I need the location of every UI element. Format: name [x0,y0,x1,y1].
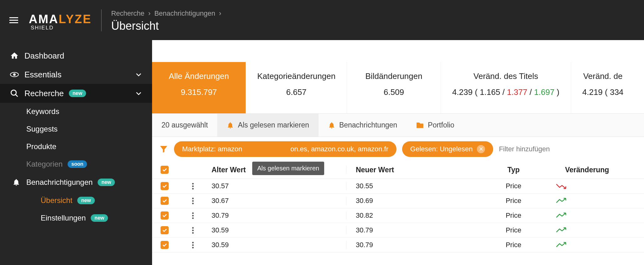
bell-icon [11,177,21,187]
cell-new-value: 30.69 [346,197,471,205]
action-label: Benachrichtungen [339,121,397,129]
badge-new: new [77,197,95,204]
cell-type: Price [471,241,556,249]
tab-value: 4.239 ( 1.165 / 1.377 / 1.697 ) [452,87,560,97]
sidebar-label: Suggests [26,125,58,133]
filter-chip-marktplatz[interactable]: Marktplatz: amazon on.es, amazon.co.uk, … [174,141,396,157]
logo-part1: AMA [29,13,59,26]
tab-kategorieaenderungen[interactable]: Kategorieänderungen 6.657 [246,62,347,113]
page-title: Übersicht [111,19,223,33]
data-table: Alter Wert Neuer Wert Typ Veränderung 30… [152,161,644,252]
sidebar-item-recherche[interactable]: Recherche new [0,84,152,103]
badge-soon: soon [68,160,87,168]
header-new[interactable]: Neuer Wert [346,166,471,174]
home-icon [9,51,19,61]
bell-icon [328,122,335,129]
cell-old-value: 30.79 [208,211,346,220]
selection-count: 20 ausgewählt [152,114,217,137]
tab-title: Bildänderungen [358,71,429,81]
row-menu-icon[interactable] [192,242,194,248]
sidebar-label: Kategorien [26,160,63,169]
sidebar-label: Produkte [26,142,56,151]
breadcrumb-benachrichtigungen[interactable]: Benachrichtigungen [154,9,215,17]
eye-icon [9,70,19,80]
table-row: 30.7930.82Price [152,208,644,223]
row-checkbox[interactable] [161,226,169,234]
sidebar-item-keywords[interactable]: Keywords [0,103,152,120]
search-icon [9,88,19,98]
tab-title: Veränd. de [582,71,624,81]
logo[interactable]: AMALYZE SHIELD [29,13,92,31]
trend-icon [556,183,618,189]
row-checkbox[interactable] [161,197,169,205]
badge-new: new [69,90,86,97]
tab-value: 9.315.797 [163,87,234,97]
mark-as-read-button[interactable]: Als gelesen markieren [217,114,319,137]
trend-icon [556,242,618,248]
sidebar-item-suggests[interactable]: Suggests [0,120,152,138]
cell-type: Price [471,197,556,205]
hamburger-menu-icon[interactable] [9,16,18,25]
row-menu-icon[interactable] [192,212,194,219]
notifications-button[interactable]: Benachrichtungen [319,114,406,137]
filter-bar: Marktplatz: amazon on.es, amazon.co.uk, … [152,137,644,161]
sidebar-label: Keywords [26,107,59,116]
row-menu-icon[interactable] [192,198,194,204]
svg-line-3 [16,95,18,97]
sidebar-label: Recherche [24,89,64,98]
sidebar-item-benachrichtigungen[interactable]: Benachrichtigungen new [0,173,152,192]
row-checkbox[interactable] [161,211,169,220]
sidebar: Dashboard Essentials Recherche new Keywo… [0,40,152,265]
filter-chip-gelesen[interactable]: Gelesen: Ungelesen ✕ [402,141,493,157]
row-checkbox[interactable] [161,182,169,190]
cell-new-value: 30.79 [346,241,471,249]
tab-title: Alle Änderungen [163,71,234,81]
chip-label: Gelesen: Ungelesen [410,145,473,153]
sidebar-label: Übersicht [41,196,72,205]
vertical-divider [101,9,102,31]
action-label: Portfolio [428,121,454,129]
cell-type: Price [471,211,556,220]
cell-new-value: 30.55 [346,182,471,190]
trend-icon [556,212,618,219]
table-row: 30.5930.79Price [152,238,644,252]
header-change[interactable]: Veränderung [556,166,618,174]
logo-part2: LYZE [59,13,92,26]
sidebar-item-kategorien: Kategorien soon [0,155,152,173]
tab-value: 6.657 [257,87,335,97]
close-icon[interactable]: ✕ [477,145,485,153]
portfolio-button[interactable]: Portfolio [406,114,463,137]
select-all-checkbox[interactable] [161,166,169,174]
cell-old-value: 30.59 [208,226,346,234]
sidebar-item-essentials[interactable]: Essentials [0,65,152,84]
sidebar-item-produkte[interactable]: Produkte [0,138,152,155]
badge-new: new [91,214,108,222]
sidebar-label: Einstellungen [41,214,86,222]
row-checkbox[interactable] [161,241,169,249]
tab-value: 4.219 ( 334 [582,87,624,97]
bell-icon [227,122,234,129]
row-menu-icon[interactable] [192,183,194,190]
tab-bildaenderungen[interactable]: Bildänderungen 6.509 [347,62,441,113]
tab-alle-aenderungen[interactable]: Alle Änderungen 9.315.797 [152,62,246,113]
header-type[interactable]: Typ [471,166,556,174]
chevron-down-icon [136,91,141,95]
filter-input[interactable] [499,145,585,153]
tab-titel[interactable]: Veränd. des Titels 4.239 ( 1.165 / 1.377… [441,62,571,113]
tooltip: Als gelesen markieren [252,162,324,175]
svg-point-2 [11,90,16,95]
sidebar-item-dashboard[interactable]: Dashboard [0,46,152,65]
cell-old-value: 30.59 [208,241,346,249]
table-row: 30.5930.79Price [152,223,644,238]
selection-count-label: 20 ausgewählt [161,121,208,129]
tab-title: Veränd. des Titels [452,71,560,81]
svg-point-1 [13,74,15,75]
breadcrumb-recherche[interactable]: Recherche [111,9,144,17]
sidebar-item-uebersicht[interactable]: Übersicht new [0,192,152,209]
sidebar-item-einstellungen[interactable]: Einstellungen new [0,209,152,227]
tab-cutoff[interactable]: Veränd. de 4.219 ( 334 [571,62,635,113]
funnel-icon[interactable] [159,144,168,154]
cell-old-value: 30.67 [208,197,346,205]
cell-old-value: 30.57 [208,182,346,190]
row-menu-icon[interactable] [192,227,194,234]
